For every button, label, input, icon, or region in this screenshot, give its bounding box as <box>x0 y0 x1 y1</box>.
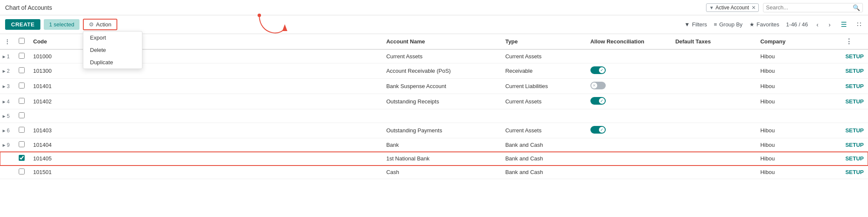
row-reconciliation <box>586 152 671 166</box>
setup-link[interactable]: SETUP <box>845 169 864 175</box>
export-menu-item[interactable]: Export <box>83 31 142 44</box>
duplicate-menu-item[interactable]: Duplicate <box>83 56 142 69</box>
row-type: Current Assets <box>501 123 586 138</box>
action-dropdown-wrapper: ⚙ Action Export Delete Duplicate <box>83 19 117 30</box>
th-dots: ⋮ <box>0 34 14 49</box>
row-type: Bank and Cash <box>501 138 586 152</box>
filters-button[interactable]: ▼ Filters <box>684 21 707 28</box>
row-code: 101405 <box>29 152 382 166</box>
th-code: Code <box>29 34 382 49</box>
row-code: 101403 <box>29 123 382 138</box>
row-default-taxes <box>671 123 756 138</box>
selected-badge: 1 selected <box>44 19 79 30</box>
search-icon: 🔍 <box>853 4 860 11</box>
setup-link[interactable]: SETUP <box>845 155 864 162</box>
active-account-filter[interactable]: ▼ Active Account ✕ <box>706 3 759 12</box>
row-default-taxes <box>671 94 756 109</box>
row-checkbox[interactable] <box>19 67 25 73</box>
select-all-checkbox[interactable] <box>19 38 25 44</box>
favorites-button[interactable]: ★ Favorites <box>749 21 779 28</box>
star-icon: ★ <box>749 21 755 28</box>
expand-arrow[interactable]: ► <box>2 143 6 148</box>
gear-icon: ⚙ <box>89 21 94 28</box>
row-company: Hibou <box>756 166 841 179</box>
toggle-on[interactable]: ✓ <box>590 128 606 135</box>
row-setup: SETUP <box>841 138 868 152</box>
row-checkbox-cell <box>14 166 29 179</box>
table-row: ►6101403Outstanding PaymentsCurrent Asse… <box>0 123 868 138</box>
toolbar-right: ▼ Filters ≡ Group By ★ Favorites 1-46 / … <box>684 20 863 29</box>
row-checkbox[interactable] <box>19 112 25 118</box>
row-checkbox-cell <box>14 94 29 109</box>
setup-link[interactable]: SETUP <box>845 127 864 134</box>
row-default-taxes <box>671 79 756 94</box>
row-reconciliation: ✓ <box>586 94 671 109</box>
kanban-view-button[interactable]: ∷ <box>855 20 863 29</box>
setup-link[interactable]: SETUP <box>845 68 864 74</box>
row-company: Hibou <box>756 152 841 166</box>
row-company: Hibou <box>756 63 841 79</box>
expand-arrow[interactable]: ► <box>2 114 6 119</box>
expand-arrow[interactable]: ► <box>2 84 6 89</box>
row-default-taxes <box>671 138 756 152</box>
row-group-number: 2 <box>7 68 10 74</box>
action-button[interactable]: ⚙ Action <box>83 19 117 30</box>
toggle-on[interactable]: ✓ <box>590 69 606 75</box>
filter-close-icon[interactable]: ✕ <box>752 5 756 11</box>
search-input[interactable] <box>766 4 851 11</box>
groupby-button[interactable]: ≡ Group By <box>714 21 743 28</box>
row-checkbox[interactable] <box>19 141 25 147</box>
row-checkbox[interactable] <box>19 127 25 133</box>
page-header: Chart of Accounts ▼ Active Account ✕ 🔍 <box>0 0 868 15</box>
expand-cell: ►5 <box>0 109 14 123</box>
row-checkbox-cell <box>14 123 29 138</box>
row-default-taxes <box>671 152 756 166</box>
row-checkbox[interactable] <box>19 98 25 104</box>
prev-page-button[interactable]: ‹ <box>815 20 820 29</box>
filter-label: Active Account <box>715 5 749 11</box>
list-view-button[interactable]: ☰ <box>839 20 848 29</box>
row-options-icon[interactable]: ⋮ <box>845 38 852 45</box>
row-company: Hibou <box>756 49 841 63</box>
row-checkbox[interactable] <box>19 155 25 161</box>
setup-link[interactable]: SETUP <box>845 53 864 60</box>
expand-cell: ►3 <box>0 79 14 94</box>
setup-link[interactable]: SETUP <box>845 83 864 89</box>
column-options-icon[interactable]: ⋮ <box>4 38 10 45</box>
filter-icon: ▼ <box>709 5 714 10</box>
page-title: Chart of Accounts <box>5 4 706 11</box>
setup-link[interactable]: SETUP <box>845 142 864 148</box>
row-checkbox[interactable] <box>19 168 25 174</box>
row-account-name: 1st National Bank <box>382 152 501 166</box>
row-default-taxes <box>671 166 756 179</box>
row-group-number: 1 <box>7 54 10 60</box>
toggle-on[interactable]: ✓ <box>590 100 606 106</box>
next-page-button[interactable]: › <box>827 20 832 29</box>
th-account-name: Account Name <box>382 34 501 49</box>
action-dropdown-menu: Export Delete Duplicate <box>83 31 142 69</box>
row-reconciliation: ✕ <box>586 79 671 94</box>
row-account-name: Current Assets <box>382 49 501 63</box>
expand-arrow[interactable]: ► <box>2 54 6 59</box>
delete-menu-item[interactable]: Delete <box>83 44 142 56</box>
row-account-name: Outstanding Receipts <box>382 94 501 109</box>
expand-arrow[interactable]: ► <box>2 99 6 104</box>
filter-funnel-icon: ▼ <box>684 21 690 28</box>
row-account-name <box>382 109 501 123</box>
row-checkbox[interactable] <box>19 83 25 89</box>
row-reconciliation: ✓ <box>586 123 671 138</box>
expand-arrow[interactable]: ► <box>2 128 6 133</box>
row-setup <box>841 109 868 123</box>
create-button[interactable]: CREATE <box>5 19 40 30</box>
th-checkbox <box>14 34 29 49</box>
row-checkbox-cell <box>14 152 29 166</box>
row-checkbox[interactable] <box>19 53 25 59</box>
search-area: 🔍 <box>763 3 863 12</box>
expand-arrow[interactable]: ► <box>2 69 6 74</box>
setup-link[interactable]: SETUP <box>845 98 864 105</box>
toggle-off[interactable]: ✕ <box>590 84 606 91</box>
row-code: 101501 <box>29 166 382 179</box>
row-account-name: Account Receivable (PoS) <box>382 63 501 79</box>
row-setup: SETUP <box>841 63 868 79</box>
row-group-number: 4 <box>7 99 10 105</box>
